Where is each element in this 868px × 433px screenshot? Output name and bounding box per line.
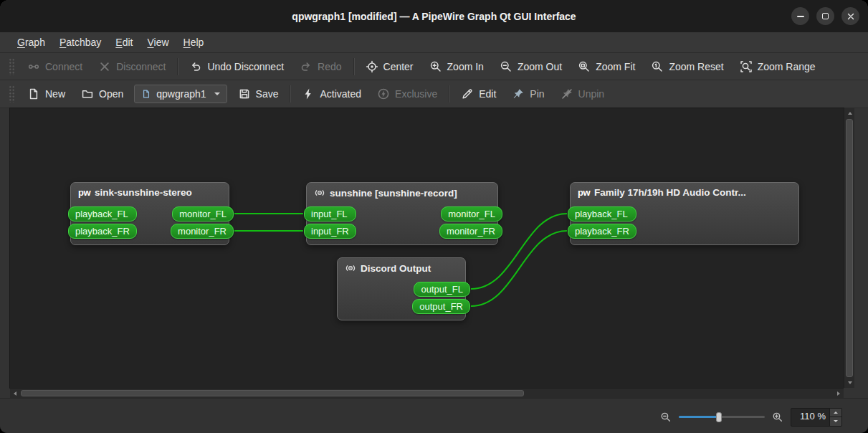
- port-monitor_FR[interactable]: monitor_FR: [439, 224, 502, 239]
- zoom-in-icon[interactable]: [772, 411, 783, 423]
- node-title-text: sink-sunshine-stereo: [95, 187, 192, 198]
- menu-edit[interactable]: Edit: [108, 34, 140, 50]
- menu-view[interactable]: View: [140, 34, 176, 50]
- port-playback_FL[interactable]: playback_FL: [68, 206, 137, 222]
- zoom-slider[interactable]: [679, 412, 765, 422]
- graph-toolbar: Connect Disconnect Undo Disconnect Redo …: [0, 53, 868, 80]
- toolbar-grip[interactable]: [9, 85, 15, 103]
- zoom-reset-button[interactable]: Zoom Reset: [643, 57, 731, 77]
- scroll-down-button[interactable]: [844, 378, 855, 388]
- horizontal-scroll-thumb[interactable]: [21, 390, 524, 396]
- node-sunshine-record[interactable]: sunshine [sunshine-record] input_FL inpu…: [306, 182, 498, 245]
- connect-button[interactable]: Connect: [19, 57, 90, 77]
- scroll-right-button[interactable]: [834, 389, 844, 399]
- node-family-hd-audio[interactable]: pw Family 17h/19h HD Audio Contr... play…: [570, 182, 799, 245]
- connect-label: Connect: [45, 61, 82, 72]
- menu-graph[interactable]: Graph: [10, 34, 52, 50]
- horizontal-scrollbar[interactable]: [10, 388, 844, 398]
- zoom-range-label: Zoom Range: [758, 61, 816, 72]
- node-title: sunshine [sunshine-record]: [307, 183, 497, 199]
- patchbay-select[interactable]: qpwgraph1: [134, 85, 226, 103]
- activated-label: Activated: [320, 88, 361, 100]
- pipewire-icon: pw: [578, 187, 590, 198]
- port-input_FL[interactable]: input_FL: [304, 206, 356, 222]
- port-output_FL[interactable]: output_FL: [414, 282, 470, 297]
- pin-label: Pin: [530, 88, 544, 100]
- menubar: Graph Patchbay Edit View Help: [0, 32, 868, 53]
- undo-icon: [189, 60, 202, 73]
- close-icon: [847, 13, 854, 20]
- speaker-icon: [345, 262, 356, 274]
- zoom-spinbox[interactable]: 110 %: [791, 408, 842, 427]
- zoom-slider-handle[interactable]: [716, 412, 722, 422]
- zoom-fit-button[interactable]: Zoom Fit: [570, 57, 643, 77]
- undo-label: Undo Disconnect: [207, 61, 284, 72]
- port-input_FR[interactable]: input_FR: [304, 224, 356, 239]
- window-controls: [791, 0, 859, 32]
- menu-patchbay[interactable]: Patchbay: [52, 34, 108, 50]
- port-playback_FR[interactable]: playback_FR: [68, 224, 137, 239]
- close-button[interactable]: [841, 7, 859, 25]
- zoom-out-icon[interactable]: [660, 411, 672, 423]
- activated-button[interactable]: Activated: [294, 84, 369, 104]
- port-monitor_FL[interactable]: monitor_FL: [172, 206, 234, 222]
- activated-bolt-icon: [302, 87, 315, 100]
- port-playback_FR[interactable]: playback_FR: [568, 224, 636, 239]
- unpin-icon: [561, 87, 573, 100]
- redo-button[interactable]: Redo: [292, 57, 349, 77]
- node-sink-sunshine-stereo[interactable]: pw sink-sunshine-stereo playback_FL play…: [70, 182, 229, 245]
- zoom-in-button[interactable]: Zoom In: [421, 57, 492, 77]
- patchbay-name: qpwgraph1: [156, 88, 206, 100]
- zoom-slider-fill: [679, 416, 719, 418]
- pin-button[interactable]: Pin: [504, 84, 552, 104]
- vertical-scrollbar[interactable]: [844, 108, 854, 388]
- edit-pencil-icon: [461, 87, 474, 100]
- exclusive-label: Exclusive: [395, 88, 437, 100]
- node-title: pw Family 17h/19h HD Audio Contr...: [571, 183, 798, 198]
- node-title-text: sunshine [sunshine-record]: [330, 188, 457, 199]
- edit-button[interactable]: Edit: [453, 84, 504, 104]
- exclusive-button[interactable]: Exclusive: [369, 84, 445, 104]
- new-button[interactable]: New: [19, 84, 73, 104]
- new-label: New: [45, 88, 65, 100]
- unpin-button[interactable]: Unpin: [553, 84, 613, 104]
- patchbay-toolbar: New Open qpwgraph1 Save Activated Exclus…: [0, 80, 868, 108]
- maximize-icon: [822, 13, 829, 19]
- zoom-range-button[interactable]: Zoom Range: [732, 57, 824, 77]
- canvas-area: pw sink-sunshine-stereo playback_FL play…: [0, 108, 868, 398]
- open-label: Open: [99, 88, 123, 100]
- scroll-up-button[interactable]: [844, 108, 855, 118]
- zoom-out-button[interactable]: Zoom Out: [492, 57, 570, 77]
- toolbar-separator: [449, 85, 449, 103]
- save-label: Save: [256, 88, 279, 100]
- menu-help[interactable]: Help: [176, 34, 211, 50]
- zoom-value: 110 %: [791, 409, 829, 426]
- maximize-button[interactable]: [816, 7, 834, 25]
- toolbar-separator: [353, 58, 354, 75]
- port-monitor_FL[interactable]: monitor_FL: [441, 206, 502, 222]
- graph-canvas[interactable]: pw sink-sunshine-stereo playback_FL play…: [10, 108, 844, 388]
- save-button[interactable]: Save: [230, 84, 287, 104]
- unpin-label: Unpin: [578, 88, 605, 100]
- port-output_FR[interactable]: output_FR: [412, 299, 470, 314]
- minimize-button[interactable]: [791, 7, 809, 25]
- zoom-reset-icon: [651, 60, 664, 73]
- zoom-in-icon: [429, 60, 442, 73]
- center-button[interactable]: Center: [358, 57, 421, 77]
- port-playback_FL[interactable]: playback_FL: [568, 206, 636, 222]
- connection-wires: [10, 108, 844, 388]
- vertical-scroll-thumb[interactable]: [846, 119, 853, 377]
- new-file-icon: [27, 87, 40, 100]
- toolbar-grip[interactable]: [9, 58, 15, 75]
- node-discord-output[interactable]: Discord Output output_FL output_FR: [337, 257, 466, 320]
- scroll-left-button[interactable]: [10, 389, 20, 399]
- undo-disconnect-button[interactable]: Undo Disconnect: [181, 57, 292, 77]
- open-button[interactable]: Open: [73, 84, 131, 104]
- zoom-spin-up-button[interactable]: [830, 409, 841, 417]
- toolbar-separator: [177, 58, 178, 75]
- window-titlebar[interactable]: qpwgraph1 [modified] — A PipeWire Graph …: [0, 0, 868, 32]
- port-monitor_FR[interactable]: monitor_FR: [171, 224, 234, 239]
- speaker-icon: [314, 187, 325, 199]
- zoom-spin-down-button[interactable]: [830, 417, 841, 426]
- disconnect-button[interactable]: Disconnect: [90, 57, 173, 77]
